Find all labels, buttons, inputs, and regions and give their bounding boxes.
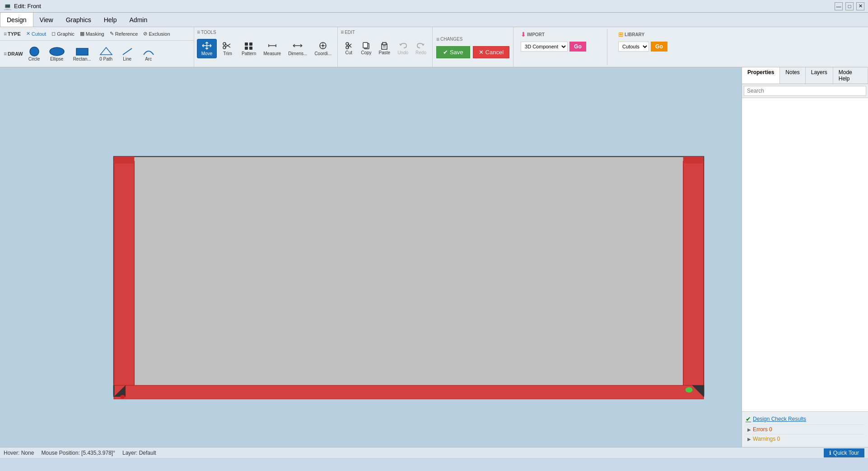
svg-rect-31 [114, 161, 134, 394]
tool-coordi-btn[interactable]: Coordi... [311, 39, 335, 58]
tool-pattern-btn[interactable]: Pattern [238, 39, 259, 58]
svg-rect-32 [683, 161, 704, 394]
tab-layers[interactable]: Layers [806, 67, 833, 84]
svg-point-19 [346, 42, 349, 45]
tab-notes[interactable]: Notes [780, 67, 805, 84]
minimize-btn[interactable]: — [835, 2, 843, 10]
edit-redo-btn[interactable]: Redo [412, 39, 429, 57]
import-section: ⬇ IMPORT 3D Component Go [517, 29, 607, 65]
title-text: Edit: Front [14, 3, 41, 9]
circle-icon [28, 47, 41, 57]
tab-properties[interactable]: Properties [742, 67, 780, 84]
cancel-btn[interactable]: ✕ Cancel [473, 46, 509, 58]
svg-rect-7 [245, 42, 248, 46]
canvas-area[interactable] [0, 67, 742, 447]
svg-point-20 [346, 46, 349, 49]
errors-arrow-icon: ▶ [747, 427, 751, 432]
library-controls: Cutouts Go [618, 42, 701, 52]
type-row: ≡ TYPE ✕ Cutout ◻ Graphic ▦ Masking ✎ Re… [0, 27, 194, 41]
errors-label: Errors 0 [753, 426, 772, 433]
design-check: ✔ Design Check Results ▶ Errors 0 ▶ Warn… [742, 411, 868, 447]
reference-icon: ✎ [110, 31, 114, 37]
edit-buttons: Cut Copy Paste [341, 39, 429, 57]
tool-move-btn[interactable]: Move [197, 39, 217, 58]
warnings-row[interactable]: ▶ Warnings 0 [746, 434, 864, 443]
import-icon: ⬇ [521, 31, 526, 38]
menu-view[interactable]: View [33, 13, 60, 27]
copy-icon [362, 41, 371, 50]
library-go-btn[interactable]: Go [651, 42, 667, 52]
import-controls: 3D Component Go [521, 42, 603, 52]
changes-hamburger-icon: ≡ [436, 36, 439, 42]
status-right: ℹ Quick Tour [824, 448, 864, 457]
library-icon: ⊞ [618, 31, 624, 38]
svg-rect-24 [383, 42, 386, 45]
draw-rectangle-btn[interactable]: Rectan... [70, 45, 94, 63]
canvas-svg [0, 67, 742, 447]
type-hamburger-icon: ≡ [4, 31, 7, 37]
app-icon: 💻 [4, 3, 11, 10]
pattern-icon [243, 41, 254, 50]
tools-header: ≡ TOOLS [197, 29, 335, 35]
quick-tour-btn[interactable]: ℹ Quick Tour [824, 448, 864, 457]
import-go-btn[interactable]: Go [569, 42, 586, 52]
type-masking[interactable]: ▦ Masking [80, 31, 104, 37]
search-input[interactable] [744, 86, 866, 96]
draw-line-btn[interactable]: Line [118, 45, 137, 63]
type-exclusion[interactable]: ⊘ Exclusion [143, 31, 170, 37]
edit-paste-btn[interactable]: Paste [376, 39, 394, 57]
svg-rect-2 [76, 48, 88, 55]
edit-copy-btn[interactable]: Copy [358, 39, 374, 57]
svg-line-4 [123, 48, 132, 55]
type-reference[interactable]: ✎ Reference [110, 31, 138, 37]
menu-admin[interactable]: Admin [123, 13, 154, 27]
menu-graphics[interactable]: Graphics [60, 13, 98, 27]
menu-bar: Design View Graphics Help Admin [0, 13, 868, 27]
draw-path-btn[interactable]: 0 Path [96, 45, 116, 63]
import-library-column: ⬇ IMPORT 3D Component Go ⊞ LIBRARY Cutou… [513, 27, 709, 67]
changes-header: ≡ CHANGES [436, 36, 509, 42]
svg-point-18 [322, 45, 324, 47]
tools-buttons: Move Trim Pattern [197, 39, 335, 58]
window-controls: — □ ✕ [835, 2, 864, 10]
type-graphic[interactable]: ◻ Graphic [51, 31, 75, 37]
tool-dimens-btn[interactable]: Dimens... [285, 39, 310, 58]
tool-measure-btn[interactable]: Measure [260, 39, 284, 58]
title-bar: 💻 Edit: Front — □ ✕ [0, 0, 868, 13]
draw-circle-btn[interactable]: Circle [25, 45, 44, 63]
masking-icon: ▦ [80, 31, 84, 37]
tab-mode-help[interactable]: Mode Help [833, 67, 868, 84]
svg-point-0 [30, 47, 39, 56]
hover-status: Hover: None [4, 450, 34, 456]
errors-row[interactable]: ▶ Errors 0 [746, 424, 864, 434]
tool-trim-btn[interactable]: Trim [218, 39, 238, 58]
type-cutout[interactable]: ✕ Cutout [26, 31, 46, 37]
menu-design[interactable]: Design [0, 13, 33, 27]
svg-marker-27 [399, 44, 402, 46]
svg-rect-33 [114, 385, 704, 399]
redo-icon [416, 41, 425, 50]
design-check-title[interactable]: ✔ Design Check Results [746, 415, 864, 423]
library-header: ⊞ LIBRARY [618, 31, 701, 38]
edit-undo-btn[interactable]: Undo [394, 39, 411, 57]
close-btn[interactable]: ✕ [856, 2, 864, 10]
menu-help[interactable]: Help [98, 13, 123, 27]
tools-column: ≡ TOOLS Move Trim [194, 27, 338, 67]
arc-icon [142, 47, 155, 57]
svg-point-41 [120, 395, 125, 399]
move-icon [201, 41, 212, 50]
svg-marker-3 [100, 47, 112, 55]
measure-icon [267, 41, 278, 50]
draw-ellipse-btn[interactable]: Ellipse [46, 45, 68, 63]
edit-cut-btn[interactable]: Cut [341, 39, 357, 57]
library-type-select[interactable]: Cutouts [618, 42, 649, 52]
panel-content [742, 98, 868, 411]
save-btn[interactable]: ✔ Save [436, 46, 470, 58]
status-bar: Hover: None Mouse Position: [5.435,3.978… [0, 447, 868, 458]
changes-column: ≡ CHANGES ✔ Save ✕ Cancel [433, 27, 513, 67]
svg-marker-28 [422, 44, 425, 46]
maximize-btn[interactable]: □ [845, 2, 854, 10]
edit-hamburger-icon: ≡ [341, 29, 344, 35]
import-type-select[interactable]: 3D Component [521, 42, 568, 52]
draw-arc-btn[interactable]: Arc [139, 45, 159, 63]
